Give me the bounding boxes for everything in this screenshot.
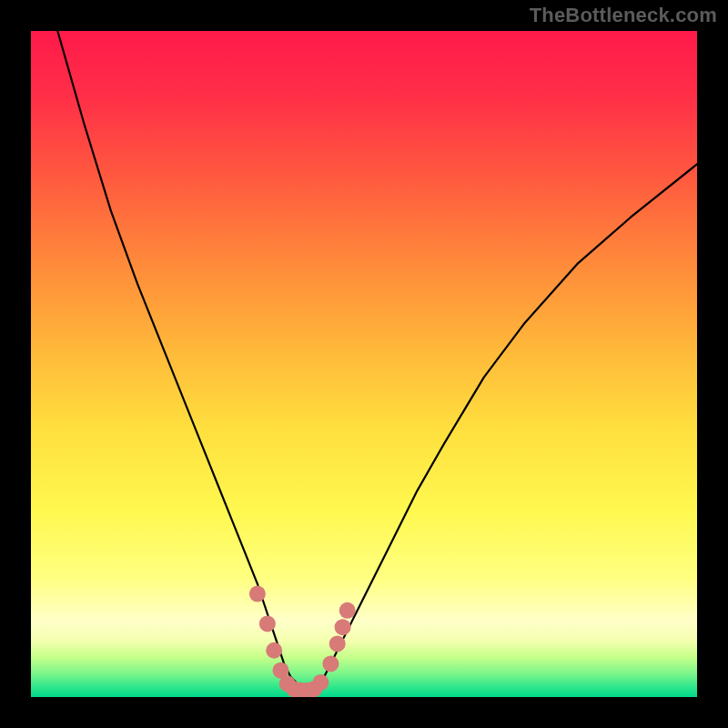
data-dot (339, 602, 356, 619)
chart-overlay (31, 31, 697, 697)
data-dot (329, 635, 346, 652)
data-dot (312, 674, 329, 691)
data-dot (266, 642, 282, 659)
plot-area (31, 31, 697, 697)
watermark-text: TheBottleneck.com (530, 4, 717, 27)
bottleneck-curve (31, 31, 697, 691)
data-dot (322, 655, 339, 672)
data-dots (249, 586, 356, 697)
data-dot (335, 619, 351, 635)
data-dot (259, 615, 276, 632)
chart-canvas: TheBottleneck.com (0, 0, 728, 728)
data-dot (249, 586, 266, 602)
